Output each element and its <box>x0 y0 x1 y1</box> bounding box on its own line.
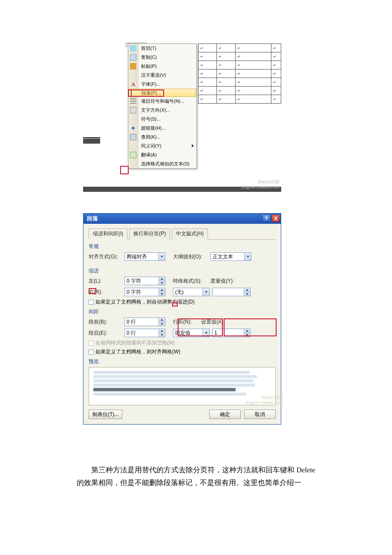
bullets-icon <box>130 98 136 104</box>
highlight-box <box>89 288 96 294</box>
indent-left-spin[interactable]: 0 字符 <box>124 277 165 285</box>
context-menu-screenshot: ↵↵↵↵ ↵↵↵↵ ↵↵↵↵ ↵↵↵↵ ↵↵↵↵ ↵↵↵↵ ↵↵↵↵ 剪切(T)… <box>83 43 281 192</box>
menu-symbol[interactable]: 符号(S)... <box>128 115 196 124</box>
font-icon <box>130 81 136 87</box>
tab-indent-spacing[interactable]: 缩进和间距(I) <box>89 228 127 240</box>
indent-right-spin[interactable]: 0 字符 <box>124 288 165 296</box>
review-icon <box>130 134 136 140</box>
menu-select-similar[interactable]: 选择格式相似的文本(S) <box>128 159 196 168</box>
menu-synonym[interactable]: 同义词(Y) <box>128 142 196 150</box>
chevron-right-icon <box>192 144 194 147</box>
section-general: 常规 <box>89 243 276 250</box>
menu-reconvert[interactable]: 汉字重选(V) <box>128 71 196 80</box>
menu-translate[interactable]: 翻译(A) <box>128 150 196 159</box>
section-indent: 缩进 <box>89 267 276 275</box>
outline-label: 大纲级别(O): <box>173 253 208 260</box>
text-direction-icon <box>130 107 136 113</box>
background-table: ↵↵↵↵ ↵↵↵↵ ↵↵↵↵ ↵↵↵↵ ↵↵↵↵ ↵↵↵↵ ↵↵↵↵ <box>198 43 281 104</box>
chevron-down-icon <box>244 253 251 260</box>
menu-hyperlink[interactable]: 超链接(H)... <box>128 124 196 133</box>
copy-icon <box>130 54 136 61</box>
menu-paste[interactable]: 粘贴(P) <box>128 62 196 71</box>
space-before-label: 段前(B): <box>89 318 122 326</box>
cancel-button[interactable]: 取消 <box>244 410 276 419</box>
measure-label: 度量值(Y): <box>210 278 241 285</box>
measure-spin[interactable] <box>212 288 251 296</box>
tab-line-page[interactable]: 换行和分页(P) <box>129 228 170 240</box>
ok-button[interactable]: 确定 <box>209 410 241 419</box>
space-before-spin[interactable]: 0 行 <box>124 318 165 326</box>
help-button[interactable]: ? <box>262 214 271 222</box>
paragraph-dialog: 段落 ? X 缩进和间距(I) 换行和分页(P) 中文版式(H) 常规 对齐方式… <box>83 213 281 425</box>
tab-chinese[interactable]: 中文版式(H) <box>172 228 208 240</box>
dialog-title: 段落 <box>87 215 98 223</box>
article-paragraph: 第三种方法是用替代的方式去除分页符，这种方法就和回车键和 Delete 的效果相… <box>77 464 315 489</box>
menu-copy[interactable]: 复制(C) <box>128 53 196 62</box>
special-format-combo[interactable]: (无) <box>173 288 210 296</box>
outline-combo[interactable]: 正文文本 <box>210 252 251 261</box>
highlight-box <box>120 166 129 174</box>
watermark: Baidu经验 jingyan.baidu.com <box>233 179 280 189</box>
indent-left-label: 左(L): <box>89 278 122 285</box>
menu-cut[interactable]: 剪切(T) <box>128 44 196 53</box>
menu-bullets[interactable]: 项目符号和编号(N)... <box>128 97 196 106</box>
watermark: Baidu经验 jingyan.baidu.com <box>228 395 283 405</box>
tab-strip: 缩进和间距(I) 换行和分页(P) 中文版式(H) <box>89 228 276 240</box>
alignment-combo[interactable]: 两端对齐 <box>124 252 165 261</box>
section-spacing: 间距 <box>89 308 276 315</box>
context-menu: 剪切(T) 复制(C) 粘贴(P) 汉字重选(V) 字体(F)... 段落(P)… <box>128 43 197 169</box>
paste-icon <box>130 63 136 69</box>
chevron-down-icon <box>202 288 209 296</box>
snap-grid-checkbox[interactable]: 如果定义了文档网格，则对齐网格(W) <box>89 348 276 356</box>
highlight-box <box>172 302 178 306</box>
auto-adjust-checkbox[interactable]: 如果定义了文档网格，则自动调整右缩进(D) <box>89 298 276 306</box>
menu-text-direction[interactable]: 文字方向(X)... <box>128 106 196 115</box>
close-button[interactable]: X <box>271 214 280 222</box>
highlight-box <box>128 90 164 97</box>
cut-icon <box>130 45 136 52</box>
space-after-spin[interactable]: 0 行 <box>124 329 165 337</box>
titlebar: 段落 ? X <box>84 214 281 224</box>
chevron-down-icon <box>158 253 165 260</box>
checkbox-icon <box>89 341 94 346</box>
tabs-button[interactable]: 制表位(T)... <box>89 410 122 419</box>
space-after-label: 段后(E): <box>89 330 122 337</box>
special-format-label: 特殊格式(S): <box>173 278 208 285</box>
menu-font[interactable]: 字体(F)... <box>128 80 196 89</box>
menu-review[interactable]: 查阅(K)... <box>128 133 196 142</box>
article-body: 第三种方法是用替代的方式去除分页符，这种方法就和回车键和 Delete 的效果相… <box>77 464 315 489</box>
highlight-box <box>224 318 277 336</box>
checkbox-icon <box>89 300 94 305</box>
no-space-same-style-checkbox: 在相同样式的段落间不添加空格(M) <box>89 339 276 347</box>
checkbox-icon <box>89 350 94 355</box>
highlight-box <box>178 318 223 336</box>
translate-icon <box>130 152 136 158</box>
hyperlink-icon <box>130 125 136 131</box>
alignment-label: 对齐方式(G): <box>89 253 122 260</box>
section-preview: 预览 <box>89 358 276 365</box>
